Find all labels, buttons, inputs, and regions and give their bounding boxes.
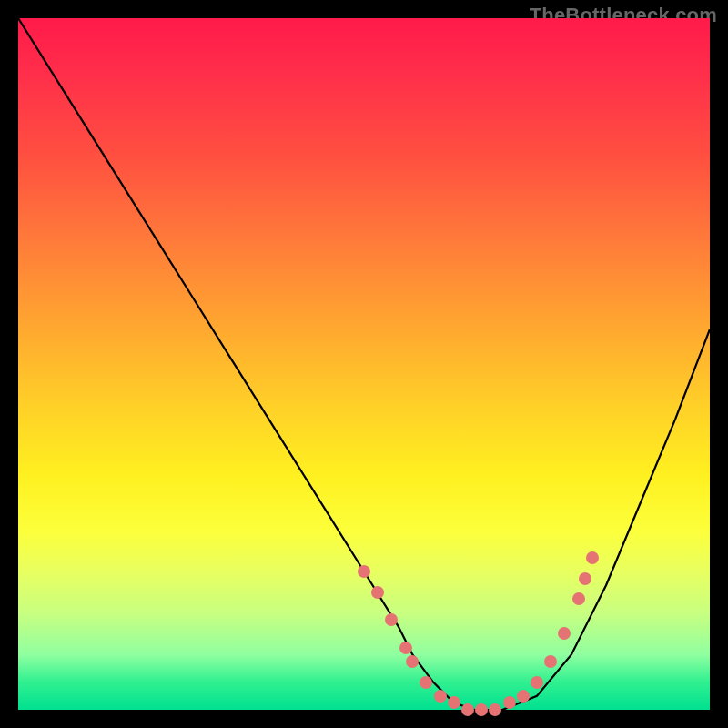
curve-path xyxy=(18,18,710,710)
data-point xyxy=(385,613,398,626)
data-point xyxy=(489,703,501,716)
data-point xyxy=(572,592,585,605)
data-point xyxy=(434,690,447,703)
data-point xyxy=(406,655,419,668)
plot-area xyxy=(18,18,710,710)
data-point xyxy=(503,696,516,709)
chart-container: TheBottleneck.com xyxy=(0,0,728,728)
data-point xyxy=(371,586,384,599)
data-point xyxy=(544,655,557,668)
data-point xyxy=(448,696,460,709)
data-point xyxy=(461,703,474,716)
data-point xyxy=(399,642,412,654)
data-point xyxy=(579,572,592,585)
data-point xyxy=(558,627,571,640)
data-point xyxy=(358,565,370,578)
data-point xyxy=(586,551,599,564)
data-point xyxy=(531,676,543,689)
curve-svg xyxy=(18,18,710,710)
data-point xyxy=(420,676,432,689)
data-point xyxy=(475,703,488,716)
data-point xyxy=(517,690,530,703)
